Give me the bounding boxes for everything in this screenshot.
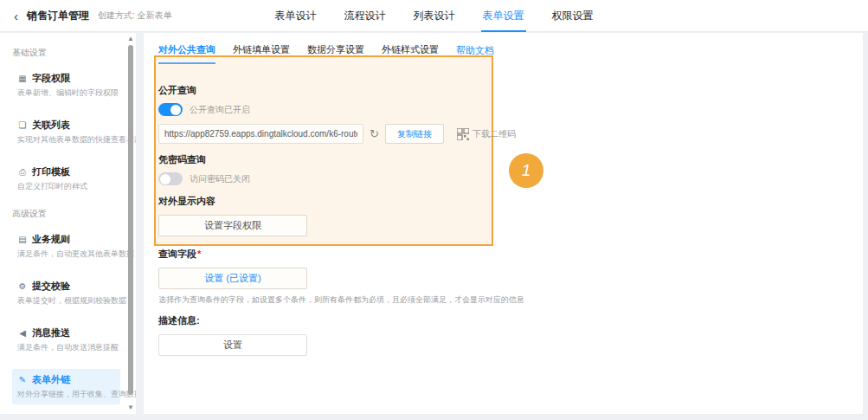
sidebar-section-basic: 基础设置: [12, 47, 120, 59]
copy-link-button[interactable]: 复制链接: [385, 124, 444, 144]
tab-form-settings[interactable]: 表单设置: [481, 0, 526, 32]
settings-sidebar: 基础设置 ▦字段权限 表单新增、编辑时的字段权限 ❏关联列表 实现对其他表单数据…: [0, 33, 136, 414]
query-fields-label-text: 查询字段: [158, 249, 196, 259]
password-query-label: 凭密码查询: [158, 153, 628, 166]
scrollbar-thumb[interactable]: [128, 45, 133, 395]
set-field-permission-button[interactable]: 设置字段权限: [158, 215, 307, 236]
sidebar-item-desc: 满足条件，自动发送消息提醒: [17, 342, 115, 353]
sidebar-section-advanced: 高级设置: [12, 208, 120, 220]
password-query-status: 访问密码已关闭: [190, 173, 250, 185]
sidebar-item-related-list[interactable]: ❏关联列表 实现对其他表单数据的快捷查看与新增: [12, 114, 120, 150]
qr-code-icon: [457, 128, 469, 140]
related-list-icon: ❏: [17, 120, 28, 130]
tab-flow-design[interactable]: 流程设计: [343, 0, 388, 32]
back-icon[interactable]: ‹: [14, 10, 18, 23]
public-query-status: 公开查询已开启: [190, 104, 250, 116]
sidebar-item-desc: 表单新增、编辑时的字段权限: [17, 87, 115, 99]
speaker-icon: ◀: [17, 328, 28, 338]
page-title: 销售订单管理: [27, 9, 89, 23]
sidebar-item-print-template[interactable]: ⎙打印模板 自定义打印时的样式: [12, 161, 120, 197]
download-qr-label: 下载二维码: [473, 128, 516, 140]
app-window: ‹ 销售订单管理 创建方式: 全新表单 表单设计 流程设计 列表设计 表单设置 …: [0, 0, 868, 420]
external-link-tabs: 对外公共查询 外链填单设置 数据分享设置 外链样式设置 帮助文档: [144, 33, 863, 64]
sidebar-item-desc: 实现对其他表单数据的快捷查看与新增: [17, 134, 115, 145]
sidebar-item-message-push[interactable]: ◀消息推送 满足条件，自动发送消息提醒: [12, 322, 120, 358]
printer-icon: ⎙: [17, 167, 28, 178]
external-link-icon: ✎: [17, 375, 28, 384]
sidebar-item-title: 表单外链: [32, 373, 70, 386]
tab-permission-settings[interactable]: 权限设置: [550, 0, 595, 32]
password-query-toggle[interactable]: [158, 172, 183, 185]
sidebar-item-form-external-link[interactable]: ✎表单外链 对外分享链接，用于收集、查询数据: [12, 369, 120, 404]
scrollbar-down-arrow[interactable]: ▼: [126, 404, 135, 412]
field-permission-icon: ▦: [17, 74, 28, 83]
sidebar-item-title: 字段权限: [32, 72, 70, 85]
sidebar-item-title: 消息推送: [32, 326, 70, 339]
display-content-label: 对外显示内容: [158, 195, 628, 208]
gear-icon: ⚙: [17, 281, 28, 291]
query-fields-label: 查询字段*: [158, 248, 628, 261]
sidebar-item-title: 提交校验: [32, 280, 70, 293]
toggle-knob: [170, 105, 181, 115]
description-info-label: 描述信息:: [158, 314, 628, 327]
sidebar-item-business-rules[interactable]: ▤业务规则 满足条件，自动更改其他表单数据: [12, 229, 120, 264]
tab-data-share-settings[interactable]: 数据分享设置: [307, 43, 364, 64]
tab-list-design[interactable]: 列表设计: [412, 0, 457, 32]
sidebar-item-desc: 对外分享链接，用于收集、查询数据: [17, 389, 115, 400]
download-qr-action[interactable]: 下载二维码: [457, 128, 516, 140]
sidebar-item-title: 业务规则: [32, 233, 70, 246]
refresh-icon[interactable]: ↻: [370, 128, 379, 139]
help-doc-link[interactable]: 帮助文档: [456, 44, 494, 63]
tab-link-style-settings[interactable]: 外链样式设置: [382, 43, 439, 64]
sidebar-item-title: 打印模板: [32, 165, 70, 178]
required-asterisk: *: [197, 249, 201, 259]
document-icon: ▤: [17, 235, 28, 244]
scrollbar-up-arrow[interactable]: ▲: [126, 35, 135, 43]
main-panel: 1 对外公共查询 外链填单设置 数据分享设置 外链样式设置 帮助文档 公开查询 …: [144, 33, 863, 414]
public-query-label: 公开查询: [158, 84, 628, 97]
query-fields-set-button[interactable]: 设置 (已设置): [158, 268, 307, 289]
description-set-button[interactable]: 设置: [158, 334, 307, 356]
sidebar-item-desc: 表单提交时，根据规则校验数据: [17, 295, 115, 307]
annotation-number-badge: 1: [509, 153, 543, 188]
sidebar-item-desc: 满足条件，自动更改其他表单数据: [17, 249, 115, 260]
sidebar-item-field-permission[interactable]: ▦字段权限 表单新增、编辑时的字段权限: [12, 68, 120, 103]
top-header: ‹ 销售订单管理 创建方式: 全新表单 表单设计 流程设计 列表设计 表单设置 …: [0, 0, 868, 32]
tab-form-design[interactable]: 表单设计: [273, 0, 318, 32]
tab-external-fill-settings[interactable]: 外链填单设置: [233, 43, 290, 64]
sidebar-scrollbar: ▲ ▼: [126, 35, 135, 412]
toggle-knob: [160, 174, 170, 184]
share-url-input[interactable]: [158, 124, 363, 144]
tab-public-query[interactable]: 对外公共查询: [158, 43, 215, 64]
sidebar-item-submit-validation[interactable]: ⚙提交校验 表单提交时，根据规则校验数据: [12, 275, 120, 311]
public-query-toggle[interactable]: [158, 103, 183, 116]
sidebar-item-desc: 自定义打印时的样式: [17, 181, 115, 192]
sidebar-item-title: 关联列表: [32, 119, 70, 132]
creation-mode-subtitle: 创建方式: 全新表单: [98, 10, 172, 22]
query-fields-hint: 选择作为查询条件的字段，如设置多个条件，则所有条件都为必填，且必须全部满足，才会…: [158, 294, 628, 306]
